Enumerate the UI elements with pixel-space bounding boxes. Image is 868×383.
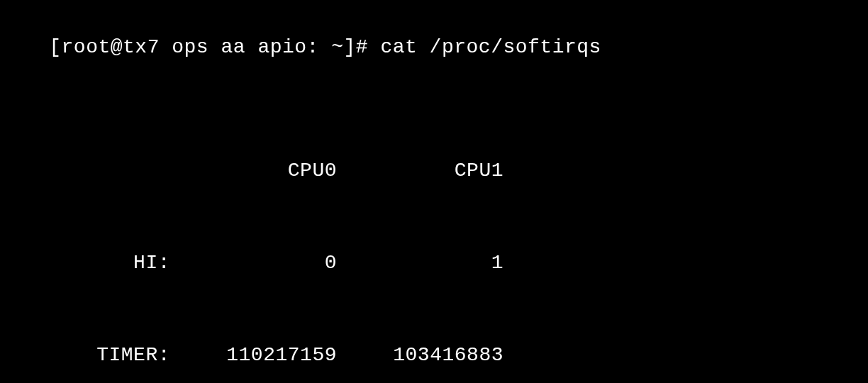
col-header-cpu0: CPU0	[170, 155, 337, 186]
cell-value: 110217159	[170, 340, 337, 370]
prompt-suffix: ~]#	[319, 36, 381, 58]
row-label: TIMER:	[0, 340, 170, 370]
table-row: TIMER:110217159103416883	[0, 340, 868, 370]
cell-value: 0	[170, 248, 337, 278]
col-header-cpu1: CPU1	[337, 155, 503, 186]
command-text: cat /proc/softirqs	[380, 36, 601, 58]
cell-value: 103416883	[337, 340, 503, 370]
softirqs-table: CPU0CPU1 HI:01 TIMER:110217159103416883 …	[0, 94, 868, 383]
prompt-host: tx7 ops aa apio:	[123, 36, 319, 58]
table-row: HI:01	[0, 248, 868, 278]
row-label: HI:	[0, 248, 170, 278]
header-row: CPU0CPU1	[0, 155, 868, 186]
shell-prompt-line: [root@tx7 ops aa apio: ~]# cat /proc/sof…	[0, 1, 868, 94]
cell-value: 1	[337, 248, 503, 278]
terminal-output[interactable]: [root@tx7 ops aa apio: ~]# cat /proc/sof…	[0, 0, 868, 383]
prompt-prefix: [root@	[49, 36, 123, 58]
